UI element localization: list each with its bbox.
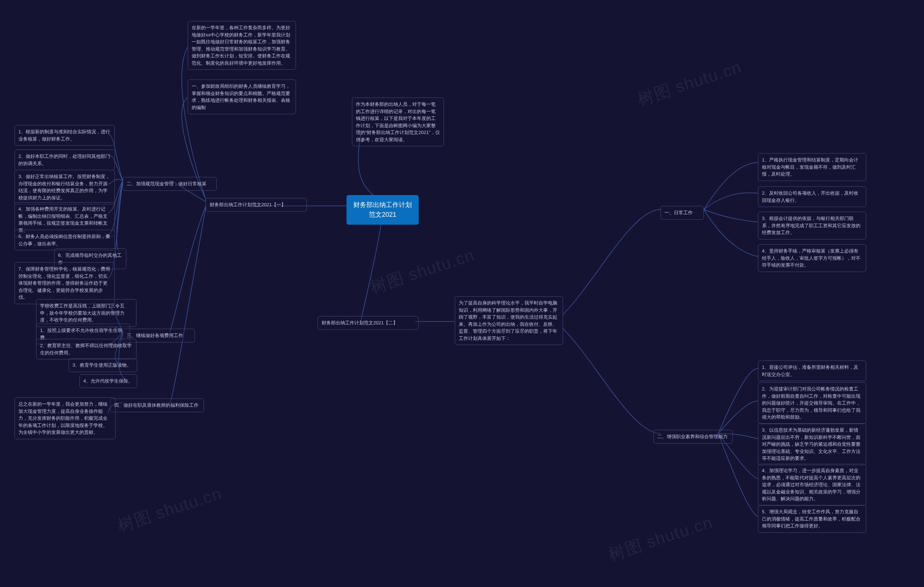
right-title[interactable]: 财务部出纳工作计划范文2021【二】 <box>318 316 419 330</box>
right-s1-item3[interactable]: 3、根据会计提供的依据，与银行相关部门联系，井然有序地完成了职工工资和其它应发放… <box>758 212 866 240</box>
left-s2-item3[interactable]: 3、做好正常出纳核算工作。按照财务制度，办理现金的收付和银行结算业务，努力开源结… <box>15 170 115 205</box>
right-s2-title[interactable]: 二、增强职业素养和综合管理能力 <box>653 430 733 443</box>
left-s3-intro[interactable]: 学校收费工作是高压线，上级部门三令五申，故今年学校仍要加大这方面的管理力度，不收… <box>36 299 137 327</box>
right-s2-item2[interactable]: 2、为迎接审计部门对我公司帐务情况的检查工作，做好前期自查自纠工作，对检查中可能… <box>758 382 866 424</box>
left-preface[interactable]: 在新的一学年里，各种工作复杂而多样。为更好地做好xx中心学校的财务工作，新学年里… <box>188 21 296 70</box>
left-s2-title[interactable]: 二、加强规范现金管理，做好日常核算 <box>123 177 216 191</box>
watermark: 树图 shutu.cn <box>368 244 477 299</box>
watermark: 树图 shutu.cn <box>635 56 745 111</box>
right-s2-item5[interactable]: 5、增强大局观念，转变工作作风，努力克服自己的消极情绪，提高工作质量和效率，积极… <box>758 505 866 533</box>
right-s1-title[interactable]: 一、日常工作 <box>660 206 704 220</box>
intro-node[interactable]: 作为本财务部的出纳人员，对于每一笔的工作进行详细的记录，对出的每一笔钱进行核算，… <box>352 98 444 146</box>
left-title[interactable]: 财务部出纳工作计划范文2021【一】 <box>206 198 307 212</box>
watermark: 树图 shutu.cn <box>606 511 716 566</box>
left-s4-text[interactable]: 总之在新的一学年里，我会更加努力，继续加大现金管理力度，提高自身业务操作能力，充… <box>15 397 116 439</box>
right-preface[interactable]: 为了提高自身的科学理论水平，我平时自学电脑知识，利用网络了解国际形势和国内外大事… <box>455 296 563 345</box>
left-s3-item4[interactable]: 4、允许代收学生保险。 <box>79 374 137 388</box>
left-s2-item1[interactable]: 1、根据新的制度与准则结合实际情况，进行业务核算，做好财务工作。 <box>15 125 115 146</box>
left-s1[interactable]: 一、参加财政局组织的财务人员继续教育学习，掌握和领会财务知识的要点和精髓。严格规… <box>188 79 296 114</box>
left-s2-item7[interactable]: 7、保障财务管理科学化，核算规范化，费用控制全理化，强化监督度，细化工作，切实体… <box>15 262 115 304</box>
left-s3-item3[interactable]: 3、教育学生使用正版读物。 <box>69 358 137 372</box>
left-s4-title[interactable]: 四、做好在职及退休教师的福利保险工作 <box>110 398 204 412</box>
right-s2-item1[interactable]: 1、迎接公司评估，准备所需财务相关材料，及时送交办公室。 <box>758 360 866 381</box>
left-s2-item5[interactable]: 5、财务人员必须按岗位责任制坚持原则，秉公办事，做出表率。 <box>15 230 115 250</box>
right-s1-item2[interactable]: 2、及时收回公司各项收入，开出收据，及时收回现金存入银行。 <box>758 187 866 207</box>
left-s3-item2[interactable]: 2、教育班主任、教师不得以任何理由收取学生的任何费用。 <box>36 339 137 359</box>
right-s1-item1[interactable]: 1、严格执行现金管理和结算制度，定期向会计核对现金与帐目，发现金额不符，做到及时… <box>758 153 866 181</box>
root-node[interactable]: 财务部出纳工作计划范文2021 <box>346 195 419 225</box>
right-s2-item4[interactable]: 4、加强理论学习，进一步提高自身素质，对业务的熟悉，不能取代对提高个人素养更高层… <box>758 464 866 506</box>
right-s1-item4[interactable]: 4、坚持财务手续，严格审核算（发票上必须有经手人，验收人，审批人签字方可报帐），… <box>758 244 866 272</box>
right-s2-item3[interactable]: 3、以信息技术为基础的新经济蓬勃发展，新情况新问题层出不穷，新知识新科学不断问世… <box>758 423 866 465</box>
watermark: 树图 shutu.cn <box>115 482 225 537</box>
left-s2-item2[interactable]: 2、做好本职工作的同时，处理好同其他部门的协调关系。 <box>15 150 115 170</box>
